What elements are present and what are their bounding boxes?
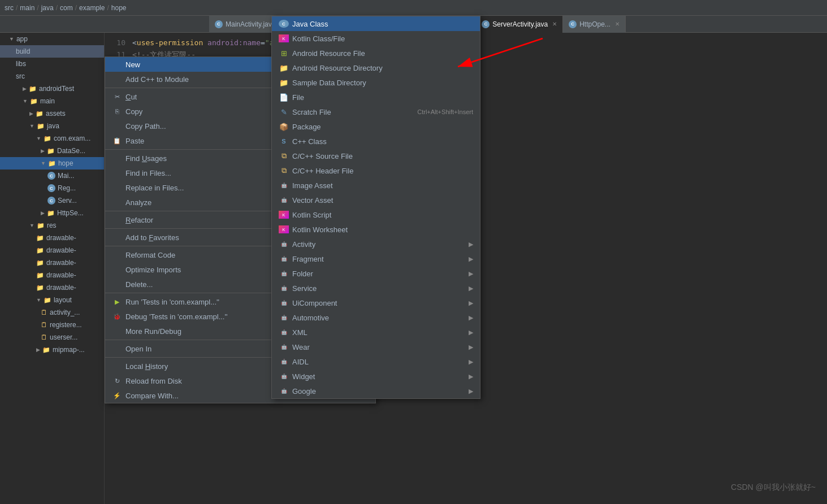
submenu-item-cpp-class[interactable]: S C++ Class <box>272 134 480 149</box>
submenu-item-android-resource-file[interactable]: ⊞ Android Resource File <box>272 46 480 60</box>
submenu-arrow: ▶ <box>469 314 473 321</box>
sidebar-item-reg[interactable]: C Reg... <box>0 182 104 194</box>
submenu-item-image-asset[interactable]: 🤖 Image Asset <box>272 178 480 193</box>
submenu-item-widget[interactable]: 🤖 Widget ▶ <box>272 369 480 384</box>
sidebar-item-drawable5[interactable]: 📁 drawable- <box>0 281 104 294</box>
android-resource-icon: ⊞ <box>279 49 289 58</box>
java-file-icon: C <box>215 20 223 28</box>
sidebar-item-java[interactable]: ▼ 📁 java <box>0 120 104 132</box>
submenu-item-package[interactable]: 📦 Package <box>272 119 480 134</box>
menu-item-label: Find in Files... <box>125 169 171 177</box>
submenu-arrow: ▶ <box>469 373 473 380</box>
submenu-item-folder[interactable]: 🤖 Folder ▶ <box>272 266 480 281</box>
submenu-item-fragment[interactable]: 🤖 Fragment ▶ <box>272 251 480 266</box>
sidebar-item-src[interactable]: src <box>0 70 104 82</box>
submenu-item-vector-asset[interactable]: 🤖 Vector Asset <box>272 193 480 207</box>
expand-arrow: ▼ <box>9 36 14 42</box>
folder-icon: 📁 <box>36 284 44 292</box>
sidebar-item-comexam[interactable]: ▼ 📁 com.exam... <box>0 132 104 145</box>
sidebar-item-mai[interactable]: C Mai... <box>0 170 104 182</box>
submenu-item-label: Automotive <box>292 314 329 322</box>
submenu-item-scratch-file[interactable]: ✎ Scratch File Ctrl+Alt+Shift+Insert <box>272 105 480 119</box>
sidebar-item-userser-xml[interactable]: 🗒 userser... <box>0 331 104 344</box>
submenu-item-android-resource-dir[interactable]: 📁 Android Resource Directory <box>272 60 480 75</box>
submenu-item-aidl[interactable]: 🤖 AIDL ▶ <box>272 354 480 369</box>
java-icon: C <box>47 172 55 180</box>
kotlin-class-icon: K <box>279 34 289 42</box>
submenu-item-java-class[interactable]: C Java Class <box>272 16 480 31</box>
submenu-arrow: ▶ <box>469 299 473 307</box>
submenu-item-uicomponent[interactable]: 🤖 UiComponent ▶ <box>272 296 480 310</box>
sidebar-item-drawable2[interactable]: 📁 drawable- <box>0 244 104 257</box>
sidebar-item-libs[interactable]: libs <box>0 58 104 70</box>
sidebar-item-drawable3[interactable]: 📁 drawable- <box>0 257 104 269</box>
sidebar-item-drawable1[interactable]: 📁 drawable- <box>0 232 104 244</box>
sidebar-item-label: layout <box>54 296 72 304</box>
submenu-item-kotlin-class[interactable]: K Kotlin Class/File <box>272 31 480 46</box>
menu-item-label: More Run/Debug <box>125 327 181 336</box>
folder-icon: 📁 <box>30 98 38 105</box>
submenu-item-automotive[interactable]: 🤖 Automotive ▶ <box>272 310 480 325</box>
sidebar-item-label: assets <box>46 110 66 118</box>
tab-label: HttpOpe... <box>579 20 610 28</box>
submenu-item-xml[interactable]: 🤖 XML ▶ <box>272 325 480 340</box>
submenu-item-wear[interactable]: 🤖 Wear ▶ <box>272 340 480 354</box>
submenu-arrow: ▶ <box>469 270 473 277</box>
menu-item-label: Reload from Disk <box>125 377 182 385</box>
sidebar-item-datase[interactable]: ▶ 📁 DataSe... <box>0 145 104 157</box>
submenu-item-activity[interactable]: 🤖 Activity ▶ <box>272 237 480 251</box>
android-icon: 🤖 <box>279 358 289 366</box>
watermark-text: CSDN @叫我小张就好~ <box>731 483 816 492</box>
menu-item-label: Add C++ to Module <box>125 75 189 84</box>
sidebar-item-httpse[interactable]: ▶ 📁 HttpSe... <box>0 207 104 219</box>
submenu-item-kotlin-worksheet[interactable]: K Kotlin Worksheet <box>272 222 480 237</box>
sidebar-item-res[interactable]: ▼ 📁 res <box>0 219 104 232</box>
submenu-item-service[interactable]: 🤖 Service ▶ <box>272 281 480 296</box>
sidebar-item-register-xml[interactable]: 🗒 registere... <box>0 319 104 331</box>
sidebar-item-label: Mai... <box>58 172 74 180</box>
submenu-item-sample-data-dir[interactable]: 📁 Sample Data Directory <box>272 75 480 90</box>
submenu-item-kotlin-script[interactable]: K Kotlin Script <box>272 207 480 222</box>
submenu-item-label: Vector Asset <box>292 196 333 205</box>
menu-item-label: Open In <box>125 345 151 353</box>
sidebar-item-main[interactable]: ▼ 📁 main <box>0 95 104 107</box>
submenu-item-google[interactable]: 🤖 Google ▶ <box>272 384 480 398</box>
sidebar-item-drawable4[interactable]: 📁 drawable- <box>0 269 104 281</box>
submenu-item-file[interactable]: 📄 File <box>272 90 480 105</box>
sidebar-item-hope[interactable]: ▼ 📁 hope <box>0 157 104 170</box>
tab-close-button[interactable]: ✕ <box>615 21 620 27</box>
sidebar-item-label: hope <box>58 159 73 167</box>
submenu-item-c-source[interactable]: ⧉ C/C++ Source File <box>272 149 480 163</box>
tab-httpope[interactable]: C HttpOpe... ✕ <box>563 16 626 33</box>
submenu-item-label: Kotlin Class/File <box>292 34 345 43</box>
sidebar-item-activity-xml[interactable]: 🗒 activity_... <box>0 306 104 319</box>
sidebar-item-app[interactable]: ▼ app <box>0 33 104 45</box>
xml-icon: 🗒 <box>41 321 47 329</box>
tab-serveractivity[interactable]: C ServerActivity.java ✕ <box>476 16 563 33</box>
submenu-arrow: ▶ <box>469 241 473 248</box>
sidebar-item-serv[interactable]: C Serv... <box>0 194 104 207</box>
folder-icon: 📁 <box>44 135 51 142</box>
sidebar-item-androidtest[interactable]: ▶ 📁 androidTest <box>0 82 104 95</box>
sidebar-item-build[interactable]: build <box>0 45 104 58</box>
scratch-icon: ✎ <box>279 108 289 116</box>
submenu-arrow: ▶ <box>469 329 473 336</box>
kotlin-worksheet-icon: K <box>279 225 289 233</box>
tab-close-button[interactable]: ✕ <box>552 21 557 27</box>
submenu-item-c-header[interactable]: ⧉ C/C++ Header File <box>272 163 480 178</box>
sidebar-item-layout[interactable]: ▼ 📁 layout <box>0 294 104 306</box>
kotlin-script-icon: K <box>279 211 289 219</box>
sidebar-item-label: Serv... <box>58 197 77 205</box>
submenu-arrow: ▶ <box>469 344 473 351</box>
sidebar-item-assets[interactable]: ▶ 📁 assets <box>0 107 104 120</box>
submenu-arrow: ▶ <box>469 255 473 263</box>
sidebar-item-label: libs <box>16 60 26 68</box>
sidebar-item-mipmap[interactable]: ▶ 📁 mipmap-... <box>0 344 104 356</box>
submenu-item-label: Wear <box>292 343 310 351</box>
file-icon: 📄 <box>279 93 289 102</box>
sidebar-item-label: java <box>47 122 59 130</box>
menu-item-label: Copy Path... <box>125 122 166 131</box>
submenu-item-label: Image Asset <box>292 181 333 190</box>
submenu-item-label: File <box>292 93 304 102</box>
android-icon: 🤖 <box>279 314 289 321</box>
